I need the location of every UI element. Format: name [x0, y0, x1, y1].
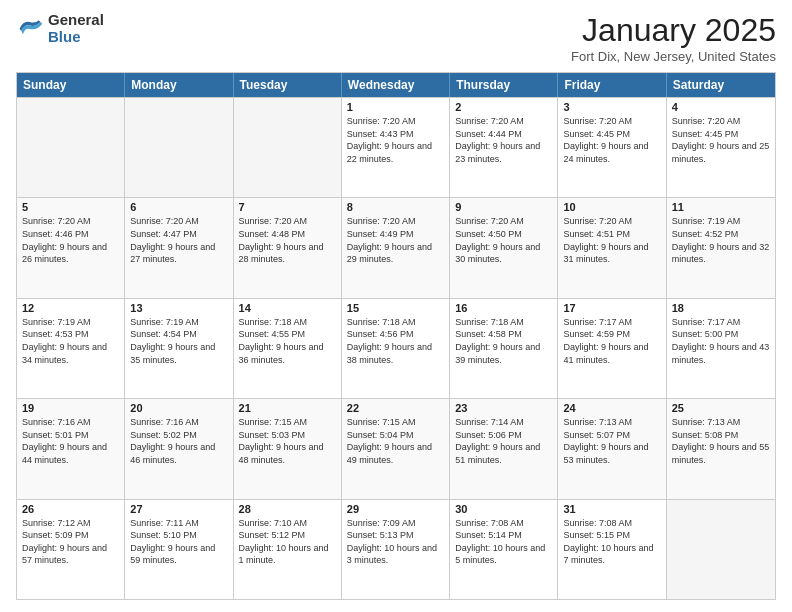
day-info: Sunrise: 7:14 AM Sunset: 5:06 PM Dayligh…	[455, 416, 552, 466]
day-number: 27	[130, 503, 227, 515]
day-info: Sunrise: 7:15 AM Sunset: 5:03 PM Dayligh…	[239, 416, 336, 466]
day-info: Sunrise: 7:20 AM Sunset: 4:51 PM Dayligh…	[563, 215, 660, 265]
day-cell-4-3: 21Sunrise: 7:15 AM Sunset: 5:03 PM Dayli…	[234, 399, 342, 498]
day-cell-1-5: 2Sunrise: 7:20 AM Sunset: 4:44 PM Daylig…	[450, 98, 558, 197]
day-number: 25	[672, 402, 770, 414]
day-number: 31	[563, 503, 660, 515]
day-number: 19	[22, 402, 119, 414]
day-info: Sunrise: 7:19 AM Sunset: 4:52 PM Dayligh…	[672, 215, 770, 265]
day-info: Sunrise: 7:20 AM Sunset: 4:47 PM Dayligh…	[130, 215, 227, 265]
day-number: 30	[455, 503, 552, 515]
day-number: 26	[22, 503, 119, 515]
day-number: 2	[455, 101, 552, 113]
day-number: 8	[347, 201, 444, 213]
day-cell-3-5: 16Sunrise: 7:18 AM Sunset: 4:58 PM Dayli…	[450, 299, 558, 398]
day-cell-5-2: 27Sunrise: 7:11 AM Sunset: 5:10 PM Dayli…	[125, 500, 233, 599]
day-number: 9	[455, 201, 552, 213]
calendar-body: 1Sunrise: 7:20 AM Sunset: 4:43 PM Daylig…	[17, 97, 775, 599]
day-cell-2-7: 11Sunrise: 7:19 AM Sunset: 4:52 PM Dayli…	[667, 198, 775, 297]
day-cell-1-3	[234, 98, 342, 197]
header-wednesday: Wednesday	[342, 73, 450, 97]
day-number: 21	[239, 402, 336, 414]
day-cell-3-2: 13Sunrise: 7:19 AM Sunset: 4:54 PM Dayli…	[125, 299, 233, 398]
logo-blue-text: Blue	[48, 29, 104, 46]
page: General Blue January 2025 Fort Dix, New …	[0, 0, 792, 612]
day-cell-3-6: 17Sunrise: 7:17 AM Sunset: 4:59 PM Dayli…	[558, 299, 666, 398]
day-info: Sunrise: 7:13 AM Sunset: 5:07 PM Dayligh…	[563, 416, 660, 466]
day-cell-1-2	[125, 98, 233, 197]
day-number: 18	[672, 302, 770, 314]
day-cell-2-6: 10Sunrise: 7:20 AM Sunset: 4:51 PM Dayli…	[558, 198, 666, 297]
day-number: 23	[455, 402, 552, 414]
day-cell-4-7: 25Sunrise: 7:13 AM Sunset: 5:08 PM Dayli…	[667, 399, 775, 498]
day-info: Sunrise: 7:19 AM Sunset: 4:53 PM Dayligh…	[22, 316, 119, 366]
day-cell-2-4: 8Sunrise: 7:20 AM Sunset: 4:49 PM Daylig…	[342, 198, 450, 297]
day-number: 13	[130, 302, 227, 314]
day-cell-5-3: 28Sunrise: 7:10 AM Sunset: 5:12 PM Dayli…	[234, 500, 342, 599]
day-info: Sunrise: 7:20 AM Sunset: 4:43 PM Dayligh…	[347, 115, 444, 165]
day-number: 6	[130, 201, 227, 213]
day-info: Sunrise: 7:20 AM Sunset: 4:48 PM Dayligh…	[239, 215, 336, 265]
day-info: Sunrise: 7:20 AM Sunset: 4:45 PM Dayligh…	[672, 115, 770, 165]
day-info: Sunrise: 7:20 AM Sunset: 4:44 PM Dayligh…	[455, 115, 552, 165]
day-info: Sunrise: 7:17 AM Sunset: 4:59 PM Dayligh…	[563, 316, 660, 366]
day-number: 5	[22, 201, 119, 213]
logo-general-text: General	[48, 12, 104, 29]
day-cell-1-4: 1Sunrise: 7:20 AM Sunset: 4:43 PM Daylig…	[342, 98, 450, 197]
day-cell-2-2: 6Sunrise: 7:20 AM Sunset: 4:47 PM Daylig…	[125, 198, 233, 297]
day-info: Sunrise: 7:16 AM Sunset: 5:01 PM Dayligh…	[22, 416, 119, 466]
header-tuesday: Tuesday	[234, 73, 342, 97]
day-number: 20	[130, 402, 227, 414]
day-cell-5-6: 31Sunrise: 7:08 AM Sunset: 5:15 PM Dayli…	[558, 500, 666, 599]
day-info: Sunrise: 7:13 AM Sunset: 5:08 PM Dayligh…	[672, 416, 770, 466]
logo: General Blue	[16, 12, 104, 45]
day-cell-3-3: 14Sunrise: 7:18 AM Sunset: 4:55 PM Dayli…	[234, 299, 342, 398]
day-info: Sunrise: 7:15 AM Sunset: 5:04 PM Dayligh…	[347, 416, 444, 466]
day-number: 24	[563, 402, 660, 414]
day-number: 11	[672, 201, 770, 213]
day-number: 28	[239, 503, 336, 515]
day-number: 14	[239, 302, 336, 314]
day-info: Sunrise: 7:11 AM Sunset: 5:10 PM Dayligh…	[130, 517, 227, 567]
day-cell-2-5: 9Sunrise: 7:20 AM Sunset: 4:50 PM Daylig…	[450, 198, 558, 297]
day-number: 1	[347, 101, 444, 113]
day-info: Sunrise: 7:20 AM Sunset: 4:45 PM Dayligh…	[563, 115, 660, 165]
day-info: Sunrise: 7:18 AM Sunset: 4:56 PM Dayligh…	[347, 316, 444, 366]
day-info: Sunrise: 7:20 AM Sunset: 4:49 PM Dayligh…	[347, 215, 444, 265]
week-row-5: 26Sunrise: 7:12 AM Sunset: 5:09 PM Dayli…	[17, 499, 775, 599]
header: General Blue January 2025 Fort Dix, New …	[16, 12, 776, 64]
day-number: 16	[455, 302, 552, 314]
week-row-2: 5Sunrise: 7:20 AM Sunset: 4:46 PM Daylig…	[17, 197, 775, 297]
day-number: 29	[347, 503, 444, 515]
day-info: Sunrise: 7:18 AM Sunset: 4:55 PM Dayligh…	[239, 316, 336, 366]
calendar-header-row: Sunday Monday Tuesday Wednesday Thursday…	[17, 73, 775, 97]
day-cell-1-1	[17, 98, 125, 197]
day-number: 17	[563, 302, 660, 314]
week-row-3: 12Sunrise: 7:19 AM Sunset: 4:53 PM Dayli…	[17, 298, 775, 398]
day-cell-2-3: 7Sunrise: 7:20 AM Sunset: 4:48 PM Daylig…	[234, 198, 342, 297]
day-number: 7	[239, 201, 336, 213]
day-cell-5-5: 30Sunrise: 7:08 AM Sunset: 5:14 PM Dayli…	[450, 500, 558, 599]
day-number: 12	[22, 302, 119, 314]
header-monday: Monday	[125, 73, 233, 97]
day-cell-5-1: 26Sunrise: 7:12 AM Sunset: 5:09 PM Dayli…	[17, 500, 125, 599]
day-cell-5-4: 29Sunrise: 7:09 AM Sunset: 5:13 PM Dayli…	[342, 500, 450, 599]
header-saturday: Saturday	[667, 73, 775, 97]
day-cell-3-1: 12Sunrise: 7:19 AM Sunset: 4:53 PM Dayli…	[17, 299, 125, 398]
day-cell-4-5: 23Sunrise: 7:14 AM Sunset: 5:06 PM Dayli…	[450, 399, 558, 498]
header-thursday: Thursday	[450, 73, 558, 97]
day-info: Sunrise: 7:18 AM Sunset: 4:58 PM Dayligh…	[455, 316, 552, 366]
day-info: Sunrise: 7:16 AM Sunset: 5:02 PM Dayligh…	[130, 416, 227, 466]
day-info: Sunrise: 7:08 AM Sunset: 5:15 PM Dayligh…	[563, 517, 660, 567]
day-cell-4-2: 20Sunrise: 7:16 AM Sunset: 5:02 PM Dayli…	[125, 399, 233, 498]
day-info: Sunrise: 7:20 AM Sunset: 4:46 PM Dayligh…	[22, 215, 119, 265]
day-number: 10	[563, 201, 660, 213]
day-info: Sunrise: 7:12 AM Sunset: 5:09 PM Dayligh…	[22, 517, 119, 567]
day-info: Sunrise: 7:08 AM Sunset: 5:14 PM Dayligh…	[455, 517, 552, 567]
day-number: 15	[347, 302, 444, 314]
day-info: Sunrise: 7:19 AM Sunset: 4:54 PM Dayligh…	[130, 316, 227, 366]
day-cell-5-7	[667, 500, 775, 599]
week-row-4: 19Sunrise: 7:16 AM Sunset: 5:01 PM Dayli…	[17, 398, 775, 498]
header-sunday: Sunday	[17, 73, 125, 97]
day-number: 22	[347, 402, 444, 414]
